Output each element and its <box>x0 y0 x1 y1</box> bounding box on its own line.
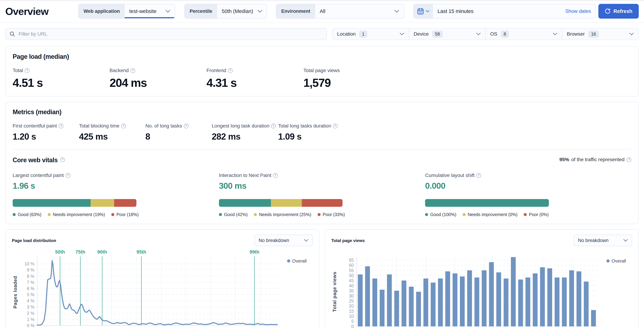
stat-label: Total blocking time? <box>79 123 145 129</box>
svg-text:1 %: 1 % <box>27 317 34 322</box>
help-icon[interactable]: ? <box>476 173 481 178</box>
page-header: Overview Web application test-website Pe… <box>0 1 644 23</box>
legend-item: Needs improvement (0%) <box>463 212 518 217</box>
help-icon[interactable]: ? <box>271 124 276 128</box>
help-icon[interactable]: ? <box>626 157 631 162</box>
cwv-segment-needs_improvement <box>271 199 302 207</box>
stat-value: 425 ms <box>79 132 145 142</box>
stat-label: Longest long task duration? <box>212 123 278 129</box>
stat-label: No. of long tasks? <box>145 123 212 129</box>
chevron-down-icon <box>426 10 430 12</box>
filter-location[interactable]: Location1 <box>332 28 409 40</box>
page-views-title: Total page views <box>331 238 365 243</box>
filter-device[interactable]: Device58 <box>409 28 485 40</box>
page-load-stats: Total?4.51 sBackend?204 msFrontend?4.31 … <box>13 68 631 89</box>
cwv-legend: Good (100%)Needs improvement (0%)Poor (0… <box>425 212 631 217</box>
refresh-button[interactable]: Refresh <box>598 4 639 18</box>
filter-label: Browser <box>567 31 585 37</box>
legend-item: Poor (33%) <box>318 212 345 217</box>
filter-count-badge: 1 <box>359 30 367 38</box>
environment-value: All <box>320 8 325 14</box>
chevron-down-icon <box>394 10 399 13</box>
filter-row: Location1Device58OS8Browser16 <box>5 28 639 40</box>
page-title: Overview <box>5 5 48 17</box>
svg-text:60: 60 <box>349 263 354 268</box>
help-icon[interactable]: ? <box>59 124 64 128</box>
filter-os[interactable]: OS8 <box>485 28 562 40</box>
web-application-select[interactable]: Web application test-website <box>78 4 175 18</box>
date-controls: Last 15 minutes Show dates Refresh <box>413 4 639 18</box>
svg-text:50th: 50th <box>55 249 65 255</box>
filter-label: Device <box>414 31 429 37</box>
stat-value: 204 ms <box>110 76 206 89</box>
filter-browser[interactable]: Browser16 <box>562 28 638 40</box>
metrics-title: Metrics (median) <box>13 108 631 116</box>
chevron-down-icon <box>476 33 481 35</box>
percentile-select[interactable]: Percentile 50th (Median) <box>184 4 267 18</box>
help-icon[interactable]: ? <box>121 124 126 128</box>
stat-column: Frontend?4.31 s <box>206 68 304 89</box>
web-application-value: test-website <box>129 8 156 14</box>
legend-dot <box>13 213 16 216</box>
help-icon[interactable]: ? <box>273 173 278 178</box>
help-icon[interactable]: ? <box>130 68 135 73</box>
stat-value: 282 ms <box>212 132 278 142</box>
page-views-breakdown-select[interactable]: No breakdown <box>574 235 632 246</box>
stat-column: No. of long tasks?8 <box>145 123 212 142</box>
stat-column: Backend?204 ms <box>110 68 206 89</box>
chevron-down-icon <box>623 239 628 242</box>
chevron-down-icon <box>258 10 262 13</box>
core-web-vitals-grid: Largest contentful paint?1.96 sGood (63%… <box>13 173 631 217</box>
percentile-value: 50th (Median) <box>222 8 253 14</box>
help-icon[interactable]: ? <box>25 68 30 73</box>
url-filter[interactable] <box>5 28 327 40</box>
url-filter-input[interactable] <box>18 31 323 37</box>
cwv-distribution-bar <box>219 199 343 207</box>
legend-item: Good (42%) <box>219 212 248 217</box>
svg-text:2 %: 2 % <box>27 311 34 316</box>
header-controls: Web application test-website Percentile … <box>78 4 639 18</box>
help-icon[interactable]: ? <box>184 124 188 128</box>
svg-text:6 %: 6 % <box>27 286 34 291</box>
legend-dot <box>425 213 428 216</box>
stat-label: Backend? <box>110 68 206 73</box>
distribution-breakdown-select[interactable]: No breakdown <box>254 235 313 246</box>
svg-text:10 %: 10 % <box>24 261 34 266</box>
legend-dot <box>111 213 114 216</box>
legend-item: Needs improvement (19%) <box>48 212 105 217</box>
page-load-distribution-chart[interactable]: 0510152025303540450 %1 %2 %3 %4 %5 %6 %7… <box>11 248 314 329</box>
svg-text:3 %: 3 % <box>27 305 34 309</box>
cwv-segment-needs_improvement <box>90 199 114 207</box>
legend-item: Good (100%) <box>425 212 456 217</box>
stat-value: 8 <box>145 132 212 142</box>
total-page-views-chart[interactable]: 10:30:0010:32:0010:34:0010:36:0010:38:00… <box>330 248 633 329</box>
stat-value: 1.09 s <box>278 132 344 142</box>
cwv-distribution-bar <box>425 199 549 207</box>
filter-count-badge: 16 <box>588 30 599 38</box>
help-icon[interactable]: ? <box>66 173 70 178</box>
total-page-views-card: Total page views No breakdown 10:30:0010… <box>325 229 639 329</box>
divider <box>13 149 631 149</box>
svg-text:Overall: Overall <box>292 258 306 264</box>
svg-text:0 %: 0 % <box>27 323 34 328</box>
help-icon[interactable]: ? <box>333 124 338 128</box>
help-icon[interactable]: ? <box>228 68 233 73</box>
cwv-distribution-bar <box>13 199 136 207</box>
svg-text:20: 20 <box>349 304 354 309</box>
date-range-picker[interactable]: Last 15 minutes Show dates <box>413 4 596 18</box>
filter-count-badge: 58 <box>432 30 443 38</box>
legend-dot <box>219 213 222 216</box>
environment-select[interactable]: Environment All <box>276 4 404 18</box>
svg-text:90th: 90th <box>97 249 107 255</box>
legend-dot <box>524 213 527 216</box>
page-load-card: Page load (median) Total?4.51 sBackend?2… <box>5 46 639 96</box>
legend-item: Poor (18%) <box>111 212 138 217</box>
help-icon[interactable]: ? <box>60 157 65 162</box>
stat-label: Frontend? <box>206 68 304 73</box>
search-icon <box>10 31 15 37</box>
calendar-icon <box>417 8 424 15</box>
core-web-vitals-title: Core web vitals <box>13 156 58 164</box>
show-dates-link[interactable]: Show dates <box>565 8 591 14</box>
stat-value: 1,579 <box>304 76 400 89</box>
svg-text:75th: 75th <box>76 249 85 255</box>
